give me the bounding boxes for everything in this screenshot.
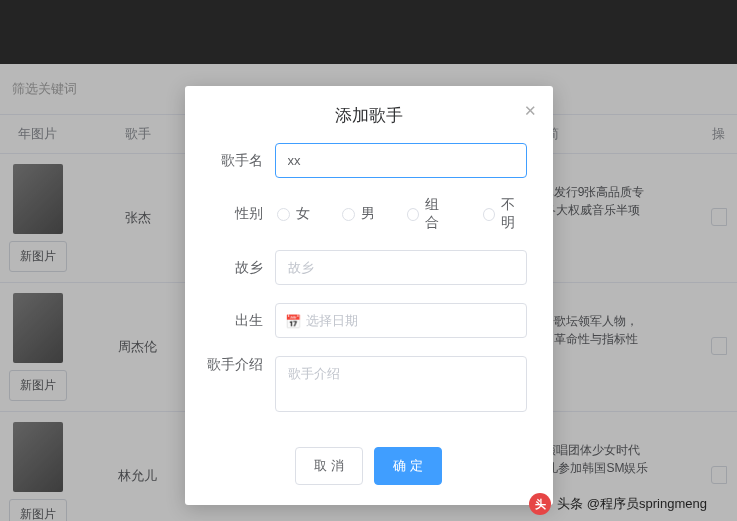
watermark-text: 头条 @程序员springmeng — [557, 495, 707, 513]
gender-radio-male[interactable]: 男 — [342, 196, 375, 232]
gender-radio-unknown[interactable]: 不明 — [483, 196, 527, 232]
confirm-button[interactable]: 确 定 — [374, 447, 442, 485]
singer-name-input[interactable] — [275, 143, 527, 178]
gender-radio-female[interactable]: 女 — [277, 196, 310, 232]
name-label: 歌手名 — [205, 152, 275, 170]
add-singer-dialog: 添加歌手 ✕ 歌手名 性别 女 男 组合 不明 故乡 — [185, 86, 553, 505]
modal-mask: 添加歌手 ✕ 歌手名 性别 女 男 组合 不明 故乡 — [0, 0, 737, 521]
birth-date-input[interactable] — [275, 303, 527, 338]
gender-label: 性别 — [205, 205, 275, 223]
intro-label: 歌手介绍 — [205, 356, 275, 374]
radio-icon — [483, 208, 495, 221]
close-icon[interactable]: ✕ — [524, 102, 537, 120]
watermark-icon: 头 — [529, 493, 551, 515]
radio-icon — [342, 208, 355, 221]
watermark: 头 头条 @程序员springmeng — [529, 493, 707, 515]
radio-icon — [277, 208, 290, 221]
hometown-label: 故乡 — [205, 259, 275, 277]
gender-radio-group[interactable]: 组合 — [407, 196, 451, 232]
intro-textarea[interactable] — [275, 356, 527, 412]
cancel-button[interactable]: 取 消 — [295, 447, 363, 485]
radio-icon — [407, 208, 419, 221]
dialog-title: 添加歌手 — [335, 106, 403, 125]
birth-label: 出生 — [205, 312, 275, 330]
hometown-input[interactable] — [275, 250, 527, 285]
